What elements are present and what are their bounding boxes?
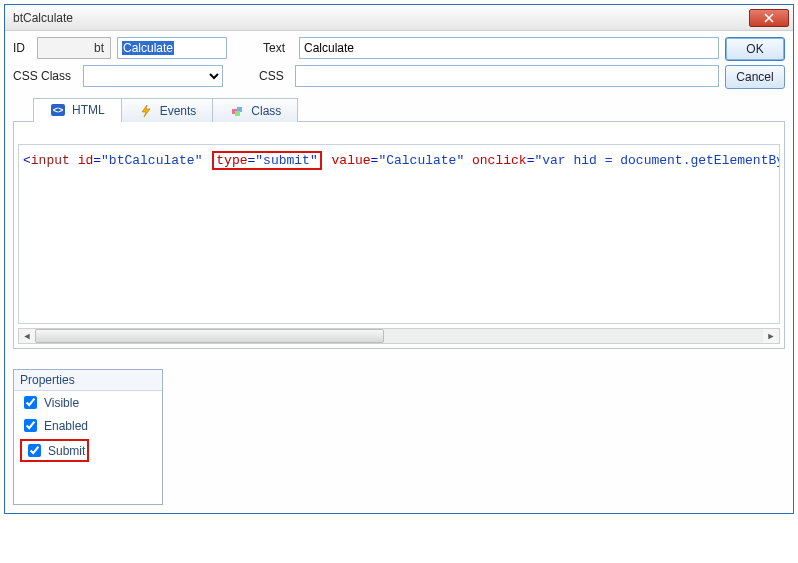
text-label: Text: [263, 41, 293, 55]
horizontal-scrollbar[interactable]: ◄ ►: [18, 328, 780, 344]
cssclass-label: CSS Class: [13, 69, 77, 83]
id-input[interactable]: Calculate: [117, 37, 227, 59]
cssclass-select[interactable]: [83, 65, 223, 87]
css-input[interactable]: [295, 65, 719, 87]
id-prefix-box: bt: [37, 37, 111, 59]
submit-label: Submit: [48, 444, 85, 458]
scroll-track[interactable]: [35, 329, 763, 343]
class-icon: [229, 103, 245, 119]
dialog-body: ID bt Calculate Text CSS Class CSS: [5, 31, 793, 513]
ok-button[interactable]: OK: [725, 37, 785, 61]
titlebar: btCalculate: [5, 5, 793, 31]
close-icon: [764, 13, 774, 23]
window-title: btCalculate: [13, 11, 749, 25]
close-button[interactable]: [749, 9, 789, 27]
scroll-right-arrow[interactable]: ►: [763, 329, 779, 343]
scroll-thumb[interactable]: [35, 329, 384, 343]
highlight-type-submit: type="submit": [212, 151, 321, 170]
tab-html[interactable]: <> HTML: [33, 98, 122, 122]
properties-blank: [14, 464, 162, 504]
properties-panel: Properties Visible Enabled Submit: [13, 369, 163, 505]
visible-label: Visible: [44, 396, 79, 410]
id-input-value: Calculate: [122, 41, 174, 55]
tab-class[interactable]: Class: [212, 98, 298, 122]
tab-class-label: Class: [251, 104, 281, 118]
lightning-icon: [138, 103, 154, 119]
svg-rect-2: [235, 111, 240, 116]
tab-events[interactable]: Events: [121, 98, 214, 122]
dialog-action-buttons: OK Cancel: [725, 37, 785, 89]
tabs: <> HTML Events Class: [13, 97, 785, 122]
submit-checkbox[interactable]: [28, 444, 41, 457]
dialog: btCalculate ID bt Calculate Text CSS Cla: [4, 4, 794, 514]
tab-html-label: HTML: [72, 103, 105, 117]
id-label: ID: [13, 41, 31, 55]
html-icon: <>: [50, 102, 66, 118]
code-line: <input id="btCalculate" type="submit" va…: [23, 153, 780, 168]
visible-checkbox[interactable]: [24, 396, 37, 409]
highlight-submit-property: Submit: [20, 439, 89, 462]
css-label: CSS: [259, 69, 289, 83]
cancel-button[interactable]: Cancel: [725, 65, 785, 89]
id-prefix-value: bt: [94, 41, 104, 55]
properties-title: Properties: [14, 370, 162, 391]
row-cssclass-css: CSS Class CSS: [13, 65, 719, 87]
property-visible: Visible: [14, 391, 162, 414]
code-area[interactable]: <input id="btCalculate" type="submit" va…: [18, 144, 780, 324]
property-enabled: Enabled: [14, 414, 162, 437]
row-id-text: ID bt Calculate Text: [13, 37, 719, 59]
property-submit: Submit: [14, 437, 162, 464]
text-input[interactable]: [299, 37, 719, 59]
scroll-left-arrow[interactable]: ◄: [19, 329, 35, 343]
enabled-checkbox[interactable]: [24, 419, 37, 432]
tab-content: <input id="btCalculate" type="submit" va…: [13, 122, 785, 349]
tab-events-label: Events: [160, 104, 197, 118]
enabled-label: Enabled: [44, 419, 88, 433]
